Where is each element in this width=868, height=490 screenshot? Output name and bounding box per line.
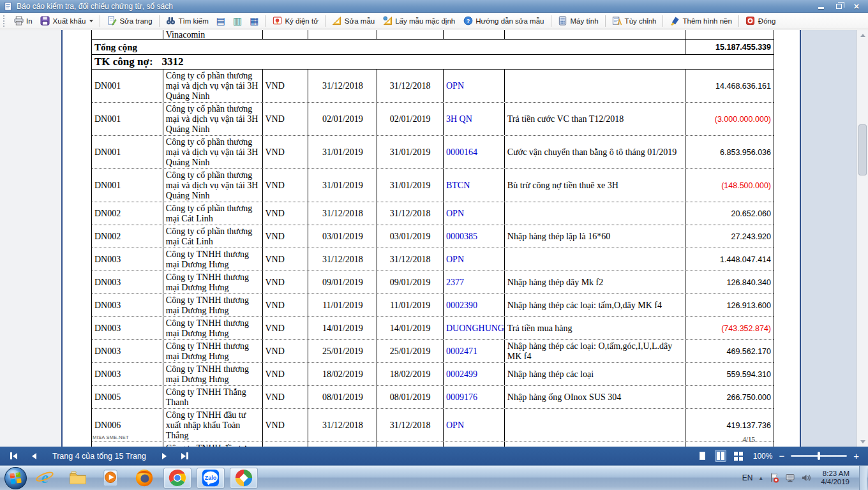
show-hidden-icons-button[interactable]: ▲ — [758, 475, 763, 481]
taskbar-misa-button[interactable] — [230, 468, 258, 489]
taskbar-internet-explorer-button[interactable]: e — [31, 468, 59, 489]
export-dropdown-icon[interactable] — [89, 20, 93, 22]
customize-label: Tùy chỉnh — [625, 17, 657, 25]
view-mode-continuous-button[interactable]: ▥ — [230, 15, 245, 27]
view-mode-single-button[interactable]: ▤ — [213, 15, 228, 27]
cell-company: Vinacomin — [163, 30, 263, 39]
layout-continuous-button[interactable] — [715, 450, 726, 462]
doc-number-link[interactable]: 2377 — [444, 271, 505, 293]
taskbar-media-player-button[interactable] — [97, 468, 125, 489]
report-viewport: Vinacomin Tổng cộng 15.187.455.339 — [0, 30, 868, 447]
template-help-button[interactable]: ? Hướng dẫn sửa mẫu — [460, 15, 547, 27]
digital-sign-button[interactable]: Ký điện tử — [269, 15, 321, 27]
zoom-slider[interactable] — [791, 455, 847, 457]
set-square-icon — [332, 16, 342, 26]
cell-description — [505, 202, 685, 225]
cell-code: DN003 — [92, 340, 163, 362]
doc-number-link[interactable]: OPN — [444, 409, 505, 442]
taskbar-chrome-button[interactable] — [163, 468, 191, 489]
cell-description: Nhập hàng ống OInox SUS 304 — [505, 386, 685, 408]
language-indicator[interactable]: EN — [742, 473, 753, 482]
add-background-button[interactable]: Thêm hình nền — [666, 15, 735, 27]
network-icon[interactable] — [785, 473, 795, 483]
search-button[interactable]: Tìm kiếm — [163, 15, 212, 27]
restore-button[interactable] — [834, 2, 844, 11]
export-button[interactable]: Xuất khẩu — [37, 15, 97, 27]
cell-company: Công ty cổ phần thương mại Cát Linh — [163, 202, 263, 225]
section-title: TK công nợ: 3312 — [92, 55, 774, 69]
doc-number-link[interactable]: OPN — [444, 70, 505, 102]
cell-company: Công ty cổ phần thương mại và dịch vụ vậ… — [163, 169, 263, 202]
scroll-down-button[interactable] — [857, 436, 868, 447]
layout-single-page-button[interactable] — [697, 450, 708, 462]
cell-amount: 559.594.310 — [685, 363, 774, 385]
cell-posted-date: 09/01/2019 — [308, 271, 377, 293]
volume-icon[interactable] — [801, 473, 811, 483]
close-report-button[interactable]: Đóng — [742, 15, 779, 27]
previous-page-button[interactable] — [27, 450, 41, 463]
section-header-row: TK công nợ: 3312 — [92, 55, 774, 70]
taskbar-zalo-button[interactable]: Zalo — [197, 468, 225, 489]
last-page-button[interactable] — [178, 450, 192, 463]
system-tray: EN ▲ — [742, 466, 868, 490]
customize-button[interactable]: Tùy chỉnh — [609, 15, 660, 27]
action-center-flag-icon[interactable] — [769, 473, 779, 483]
doc-number-link[interactable]: 0000261 — [444, 442, 505, 447]
close-window-button[interactable]: × — [851, 2, 862, 11]
show-desktop-button[interactable] — [859, 466, 867, 490]
scroll-up-button[interactable] — [857, 30, 868, 40]
first-page-button[interactable] — [6, 450, 20, 463]
cell-currency: VND — [263, 225, 309, 248]
vertical-scrollbar[interactable] — [857, 30, 868, 447]
taskbar-firefox-button[interactable] — [130, 468, 158, 489]
zoom-in-button[interactable]: + — [853, 452, 859, 461]
default-template-button[interactable]: Lấy mẫu mặc định — [379, 15, 458, 27]
screen: Báo cáo kiểm tra, đối chiếu chứng từ, sổ… — [0, 0, 868, 490]
cell-posted-date: 31/01/2019 — [308, 442, 377, 447]
doc-number-link[interactable]: 0009176 — [444, 386, 505, 408]
start-button[interactable] — [4, 466, 27, 490]
cell-description: Nhập hàng thép lập là 16*60 — [505, 225, 685, 248]
print-button[interactable]: In — [10, 15, 36, 27]
calculator-button[interactable]: Máy tính — [555, 15, 602, 27]
cell-amount: 14.468.636.161 — [685, 70, 774, 102]
cell-doc-date: 31/12/2018 — [377, 70, 444, 102]
zoom-out-button[interactable]: − — [779, 452, 784, 461]
doc-number-link[interactable]: BTCN — [444, 169, 505, 202]
doc-number-link[interactable]: DUONGHUNG — [444, 317, 505, 339]
cell-amount: (3.000.000.000) — [685, 103, 774, 135]
cell-amount: 469.562.170 — [685, 340, 774, 362]
doc-number-link[interactable]: OPN — [444, 248, 505, 271]
layout-grid-icon — [734, 452, 743, 461]
edit-page-button[interactable]: Sửa trang — [103, 15, 155, 27]
grand-total-label: Tổng cộng — [92, 40, 685, 54]
media-player-icon — [101, 468, 121, 487]
table-row: DN006Công ty TNHH đầu tư xuất nhập khẩu … — [92, 442, 774, 447]
view-mode-multi-button[interactable]: ▦ — [246, 15, 262, 27]
doc-number-link[interactable]: 3H QN — [444, 103, 505, 135]
svg-text:e: e — [41, 468, 48, 486]
cell-code: DN003 — [92, 363, 163, 385]
toolbar: In Xuất khẩu Sửa trang Tìm kiếm ▤ ▥ ▦ Ký… — [0, 13, 868, 29]
taskbar-clock[interactable]: 8:23 AM 4/4/2019 — [817, 470, 853, 486]
table-row: DN003Công ty TNHH thương mại Dương HưngV… — [92, 271, 774, 294]
taskbar-windows-explorer-button[interactable] — [64, 468, 92, 489]
report-page: Vinacomin Tổng cộng 15.187.455.339 — [61, 30, 801, 447]
cell-code: DN001 — [92, 70, 163, 102]
zoom-slider-thumb[interactable] — [818, 452, 820, 460]
doc-number-link[interactable]: 0002390 — [444, 294, 505, 316]
scroll-down-icon — [860, 440, 865, 443]
cell-company: Công ty cổ phần thương mại và dịch vụ vậ… — [163, 70, 263, 102]
doc-number-link[interactable]: 0000164 — [444, 136, 505, 168]
doc-number-link[interactable]: 0000385 — [444, 225, 505, 248]
minimize-button[interactable] — [816, 2, 826, 11]
scrollbar-thumb[interactable] — [858, 124, 867, 175]
doc-number-link[interactable]: OPN — [444, 202, 505, 225]
layout-grid-button[interactable] — [733, 450, 744, 462]
next-page-button[interactable] — [158, 450, 172, 463]
doc-number-link[interactable]: 0002471 — [444, 340, 505, 362]
clock-date: 4/4/2019 — [821, 478, 849, 486]
doc-number-link[interactable]: 0002499 — [444, 363, 505, 385]
edit-template-button[interactable]: Sửa mẫu — [329, 15, 378, 27]
cell-posted-date: 02/01/2019 — [308, 103, 377, 135]
